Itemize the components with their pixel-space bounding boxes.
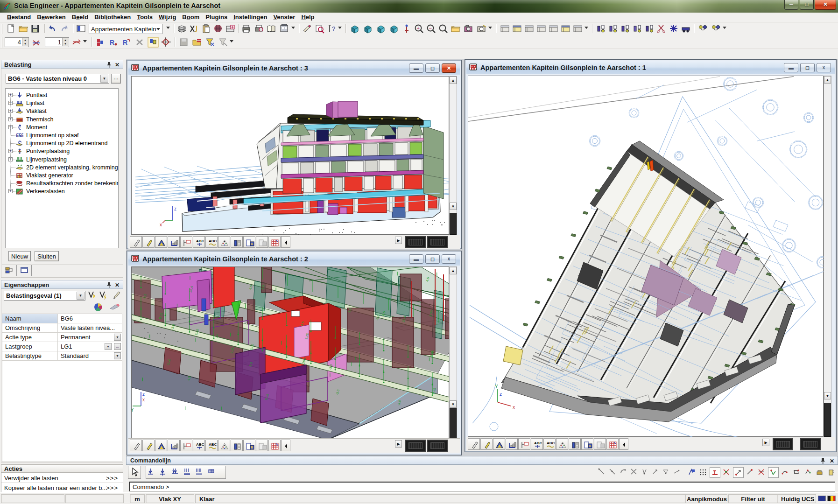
svg-text:B: B [251, 446, 253, 449]
svg-text:x: x [160, 222, 162, 227]
svg-text:+: + [417, 25, 420, 31]
svg-text:z: z [142, 392, 145, 397]
svg-text:?: ? [332, 25, 335, 32]
svg-text:ABC: ABC [196, 239, 204, 243]
svg-text:x: x [142, 397, 145, 402]
svg-text:555: 555 [16, 133, 23, 138]
svg-text:Y: Y [495, 384, 498, 389]
svg-text:B: B [251, 242, 253, 245]
svg-text:x: x [513, 405, 515, 410]
svg-text:Y: Y [132, 407, 134, 413]
svg-text:ABC: ABC [209, 239, 217, 243]
svg-text:R: R [110, 39, 114, 46]
svg-text:ABC: ABC [196, 442, 204, 447]
svg-text:ABC: ABC [547, 441, 555, 445]
svg-text:ABC: ABC [534, 441, 542, 445]
svg-text:−: − [429, 25, 432, 31]
svg-text:z: z [500, 392, 502, 397]
svg-text:ABC: ABC [209, 442, 217, 447]
svg-text:z: z [174, 206, 176, 211]
svg-text:R: R [123, 39, 127, 46]
svg-text:B: B [589, 444, 591, 448]
